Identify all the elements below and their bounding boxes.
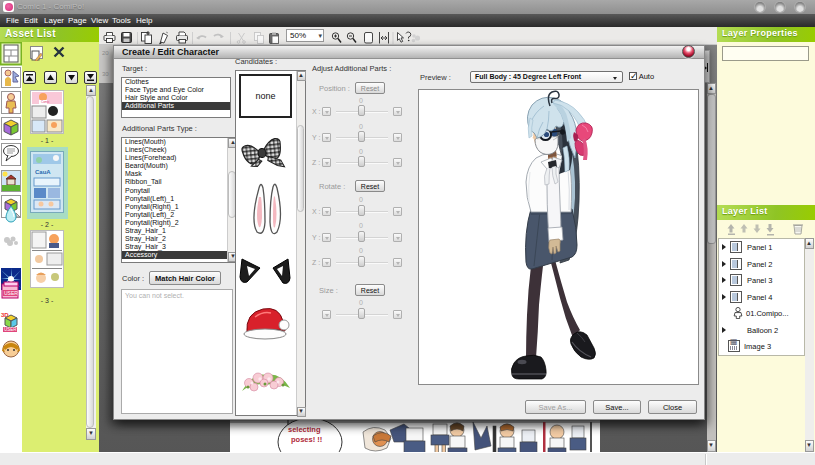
svg-text:USER: USER (4, 327, 17, 332)
svg-text:CauA: CauA (35, 169, 51, 175)
svg-text:poses! !!: poses! !! (291, 435, 322, 444)
svg-text:USER: USER (4, 290, 18, 296)
svg-text:selecting: selecting (288, 425, 321, 434)
svg-text:Comic: Comic (41, 100, 50, 104)
